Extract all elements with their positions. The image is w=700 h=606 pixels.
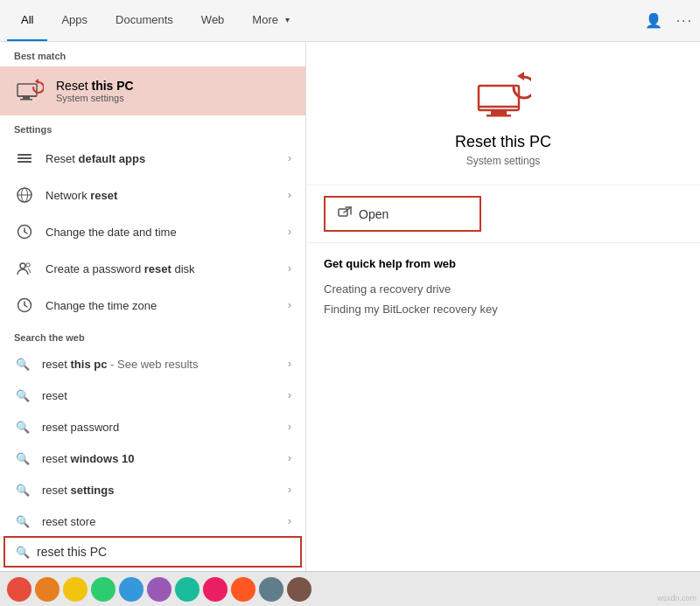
left-scroll-area[interactable]: Best match Reset t: [0, 42, 305, 533]
clock2-icon: [14, 295, 35, 316]
search-icon: 🔍: [14, 449, 32, 467]
settings-item-text: Create a password reset disk: [46, 262, 277, 275]
search-item-reset-password[interactable]: 🔍 reset password ›: [0, 411, 305, 442]
search-icon: 🔍: [14, 481, 32, 498]
best-match-item[interactable]: Reset this PC System settings: [0, 66, 305, 115]
open-button-label: Open: [359, 207, 388, 221]
network-reset-icon: [14, 185, 35, 205]
settings-item-text: Change the time zone: [46, 299, 277, 312]
tab-documents[interactable]: Documents: [102, 0, 187, 41]
arrow-icon: ›: [288, 358, 291, 370]
taskbar-app-icon[interactable]: [203, 577, 228, 602]
arrow-icon: ›: [288, 189, 291, 201]
taskbar: [0, 571, 700, 606]
search-item-text: reset settings: [42, 484, 277, 497]
settings-item-change-timezone[interactable]: Change the time zone ›: [0, 287, 305, 324]
taskbar-app-icon[interactable]: [119, 577, 144, 602]
search-icon: 🔍: [14, 512, 32, 530]
svg-line-13: [24, 232, 27, 233]
svg-rect-6: [18, 157, 32, 159]
chevron-down-icon: ▾: [285, 15, 290, 24]
top-nav: All Apps Documents Web More ▾ 👤 ···: [0, 0, 700, 42]
tab-all[interactable]: All: [7, 0, 47, 41]
search-item-reset-windows-10[interactable]: 🔍 reset windows 10 ›: [0, 442, 305, 474]
search-item-reset[interactable]: 🔍 reset ›: [0, 380, 305, 411]
search-bar[interactable]: 🔍: [4, 536, 302, 568]
search-icon: 🔍: [14, 355, 32, 373]
main-content: Best match Reset t: [0, 42, 700, 571]
arrow-icon: ›: [288, 389, 291, 401]
svg-marker-4: [35, 79, 38, 84]
settings-item-network-reset[interactable]: Network reset ›: [0, 177, 305, 213]
users-icon: [14, 258, 35, 279]
svg-marker-23: [517, 72, 524, 80]
taskbar-app-icon[interactable]: [287, 577, 312, 602]
search-item-text: reset store: [42, 515, 277, 528]
tab-web[interactable]: Web: [187, 0, 239, 41]
quick-help-section: Get quick help from web Creating a recov…: [306, 243, 700, 333]
search-icon: 🔍: [14, 387, 32, 404]
svg-rect-5: [18, 154, 32, 156]
search-web-label: Search the web: [0, 324, 305, 348]
arrow-icon: ›: [288, 515, 291, 527]
search-item-reset-this-pc[interactable]: 🔍 reset this pc - See web results ›: [0, 348, 305, 380]
taskbar-app-icon[interactable]: [231, 577, 256, 602]
app-detail-header: Reset this PC System settings: [306, 42, 700, 185]
reset-default-apps-icon: [14, 148, 35, 169]
search-item-text: reset: [42, 389, 277, 402]
taskbar-app-icon[interactable]: [147, 577, 172, 602]
search-bar-icon: 🔍: [16, 546, 30, 559]
user-icon[interactable]: 👤: [645, 12, 662, 29]
settings-item-password-reset-disk[interactable]: Create a password reset disk ›: [0, 250, 305, 287]
right-panel: Reset this PC System settings Open Get q…: [306, 42, 700, 571]
svg-point-15: [26, 263, 30, 267]
open-section: Open: [306, 185, 700, 243]
svg-rect-22: [486, 115, 511, 117]
arrow-icon: ›: [288, 452, 291, 464]
svg-rect-7: [18, 161, 32, 163]
open-button-icon: [338, 206, 352, 221]
more-options-icon[interactable]: ···: [676, 13, 693, 29]
svg-point-14: [20, 263, 25, 268]
search-item-text: reset windows 10: [42, 452, 277, 465]
taskbar-app-icon[interactable]: [259, 577, 284, 602]
settings-item-text: Reset default apps: [46, 152, 277, 165]
settings-item-text: Change the date and time: [46, 226, 277, 239]
search-item-reset-settings[interactable]: 🔍 reset settings ›: [0, 474, 305, 505]
best-match-label: Best match: [0, 42, 305, 66]
nav-right-icons: 👤 ···: [645, 12, 693, 29]
settings-item-change-date-time[interactable]: Change the date and time ›: [0, 213, 305, 250]
best-match-title: Reset this PC: [56, 79, 291, 93]
svg-rect-2: [23, 96, 30, 99]
svg-rect-21: [491, 110, 507, 115]
search-item-text: reset this pc - See web results: [42, 358, 277, 371]
arrow-icon: ›: [288, 299, 291, 311]
tab-more[interactable]: More ▾: [238, 0, 304, 41]
search-input[interactable]: [37, 545, 290, 559]
svg-rect-3: [20, 99, 32, 101]
open-button[interactable]: Open: [324, 196, 481, 232]
arrow-icon: ›: [288, 421, 291, 433]
quick-help-link-bitlocker[interactable]: Finding my BitLocker recovery key: [324, 299, 682, 319]
taskbar-app-icon[interactable]: [7, 577, 32, 602]
taskbar-app-icon[interactable]: [175, 577, 200, 602]
taskbar-app-icon[interactable]: [63, 577, 88, 602]
best-match-text: Reset this PC System settings: [56, 79, 291, 103]
taskbar-app-icon[interactable]: [35, 577, 60, 602]
arrow-icon: ›: [288, 152, 291, 164]
app-name: Reset this PC: [455, 133, 551, 151]
settings-item-text: Network reset: [46, 189, 277, 202]
quick-help-link-recovery-drive[interactable]: Creating a recovery drive: [324, 279, 682, 299]
app-big-icon: [475, 68, 531, 124]
left-panel: Best match Reset t: [0, 42, 306, 571]
tab-apps[interactable]: Apps: [47, 0, 102, 41]
settings-item-reset-default-apps[interactable]: Reset default apps ›: [0, 140, 305, 177]
arrow-icon: ›: [288, 262, 291, 275]
clock-icon: [14, 221, 35, 242]
best-match-subtitle: System settings: [56, 93, 291, 103]
search-item-reset-store[interactable]: 🔍 reset store ›: [0, 505, 305, 533]
taskbar-app-icon[interactable]: [91, 577, 116, 602]
search-icon: 🔍: [14, 418, 32, 435]
quick-help-title: Get quick help from web: [324, 257, 682, 270]
reset-pc-icon: [14, 75, 46, 107]
